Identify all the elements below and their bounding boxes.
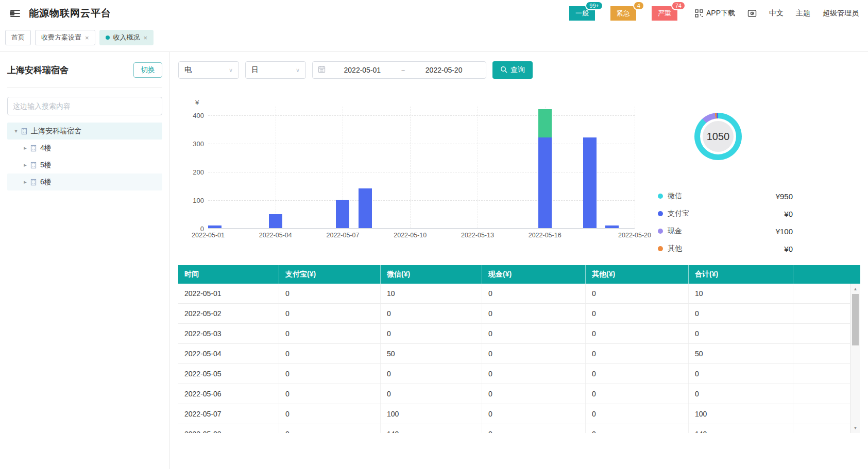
theme-switch[interactable]: 主题 [796,9,810,18]
bar-2022-05-01[interactable] [208,225,222,229]
column-header-支付宝(¥): 支付宝(¥) [279,265,381,284]
tree-search-input[interactable] [7,97,162,115]
alert-count-badge: 74 [671,1,686,10]
y-axis-unit: ¥ [178,86,650,107]
table-cell: 50 [689,344,793,363]
tree-node-6楼[interactable]: ▸6楼 [7,173,162,190]
legend-item-微信[interactable]: 微信¥950 [658,187,793,205]
table-header-row: 时间支付宝(¥)微信(¥)现金(¥)其他(¥)合计(¥) [178,265,860,284]
legend-value: ¥0 [784,210,793,218]
table-cell: 50 [381,344,482,363]
close-tab-icon[interactable]: × [144,34,148,41]
bar-2022-05-18[interactable] [583,137,597,228]
table-row: 2022-05-0300000 [178,324,860,344]
energy-type-select[interactable]: 电 ∨ [178,61,239,79]
menu-collapse-icon[interactable] [9,7,22,20]
legend-value: ¥0 [784,245,793,253]
scrollbar-thumb[interactable] [852,294,859,345]
active-tab-dot [106,36,110,40]
table-cell: 0 [279,344,381,363]
bar-2022-05-19[interactable] [605,225,619,229]
table-cell: 140 [381,424,482,433]
column-header-现金(¥): 现金(¥) [482,265,586,284]
x-tick-label: 2022-05-13 [461,232,494,239]
building-icon [30,162,37,169]
table-cell: 2022-05-04 [178,344,279,363]
date-start[interactable]: 2022-05-01 [326,66,399,74]
bar-2022-05-04[interactable] [269,214,282,229]
tree-node-上海安科瑞宿舍[interactable]: ▾上海安科瑞宿舍 [7,123,162,140]
table-cell: 0 [482,304,586,323]
table-cell: 0 [586,324,689,343]
column-header-微信(¥): 微信(¥) [381,265,482,284]
tree-node-4楼[interactable]: ▸4楼 [7,140,162,157]
cast-screen-icon[interactable] [747,9,757,18]
alert-badge[interactable]: 紧急4 [610,6,636,21]
table-cell: 0 [689,364,793,384]
filter-bar: 电 ∨ 日 ∨ 2022-05-01 ~ 2022- [170,52,868,79]
table-cell: 10 [689,284,793,303]
date-range-picker[interactable]: 2022-05-01 ~ 2022-05-20 [312,61,486,79]
table-row: 2022-05-0600000 [178,384,860,404]
scroll-up-icon[interactable]: ▲ [850,285,860,293]
table-cell: 2022-05-05 [178,364,279,384]
page-title: 能源物联网云平台 [29,7,111,20]
table-cell: 10 [381,284,482,303]
caret-down-icon[interactable]: ▾ [11,128,21,134]
tab-收费方案设置[interactable]: 收费方案设置× [35,30,95,45]
caret-right-icon[interactable]: ▸ [21,179,30,185]
caret-right-icon[interactable]: ▸ [21,145,30,151]
tab-收入概况[interactable]: 收入概况× [99,30,154,45]
table-cell: 0 [482,424,586,433]
bar-2022-05-16[interactable] [538,109,552,228]
alert-count-badge: 99+ [585,1,603,10]
bar-2022-05-07[interactable] [336,200,349,228]
x-tick-label: 2022-05-01 [192,232,225,239]
top-header: 能源物联网云平台 一般99+紧急4严重74 APP下载 [0,0,868,27]
table-cell: 0 [482,344,586,363]
y-tick-label: 100 [182,197,204,204]
table-cell: 0 [279,424,381,433]
main-content: 电 ∨ 日 ∨ 2022-05-01 ~ 2022- [170,52,868,469]
date-end[interactable]: 2022-05-20 [407,66,481,74]
tab-首页[interactable]: 首页 [5,30,31,45]
legend-item-现金[interactable]: 现金¥100 [658,222,793,240]
legend-dot [658,194,663,199]
y-tick-label: 300 [182,140,204,148]
table-cell: 0 [279,284,381,303]
table-cell: 0 [482,284,586,303]
legend-item-其他[interactable]: 其他¥0 [658,240,793,257]
app-download-link[interactable]: APP下载 [695,9,735,18]
granularity-select[interactable]: 日 ∨ [245,61,306,79]
caret-right-icon[interactable]: ▸ [21,162,30,168]
language-switch[interactable]: 中文 [769,9,784,18]
table-cell: 0 [482,324,586,343]
column-header-合计(¥): 合计(¥) [689,265,793,284]
table-cell: 2022-05-02 [178,304,279,323]
close-tab-icon[interactable]: × [85,34,89,41]
building-icon [30,145,37,152]
sidebar: 上海安科瑞宿舍 切换 ▾上海安科瑞宿舍▸4楼▸5楼▸6楼 [0,52,170,469]
switch-site-button[interactable]: 切换 [133,62,162,78]
table-cell: 0 [279,304,381,323]
alert-badge[interactable]: 一般99+ [569,6,595,21]
search-icon [500,66,507,75]
user-menu[interactable]: 超级管理员 [823,9,859,18]
table-scrollbar[interactable]: ▲ ▼ [850,284,860,433]
column-header-时间: 时间 [178,265,279,284]
query-button[interactable]: 查询 [492,61,533,79]
table-row: 2022-05-0200000 [178,304,860,324]
income-table: 时间支付宝(¥)微信(¥)现金(¥)其他(¥)合计(¥) 2022-05-010… [178,265,860,433]
table-row: 2022-05-07010000100 [178,404,860,424]
x-tick-label: 2022-05-16 [529,232,561,239]
x-tick-label: 2022-05-04 [259,232,292,239]
legend-item-支付宝[interactable]: 支付宝¥0 [658,205,793,222]
tree-node-5楼[interactable]: ▸5楼 [7,157,162,173]
bar-2022-05-08[interactable] [359,188,372,228]
charts-row: ¥ 0100200300400 2022-05-012022-05-042022… [170,79,868,249]
building-tree: ▾上海安科瑞宿舍▸4楼▸5楼▸6楼 [7,123,162,190]
table-cell: 0 [586,424,689,433]
alert-badge[interactable]: 严重74 [652,6,677,21]
scroll-down-icon[interactable]: ▼ [850,424,860,432]
x-tick-label: 2022-05-10 [394,232,427,239]
